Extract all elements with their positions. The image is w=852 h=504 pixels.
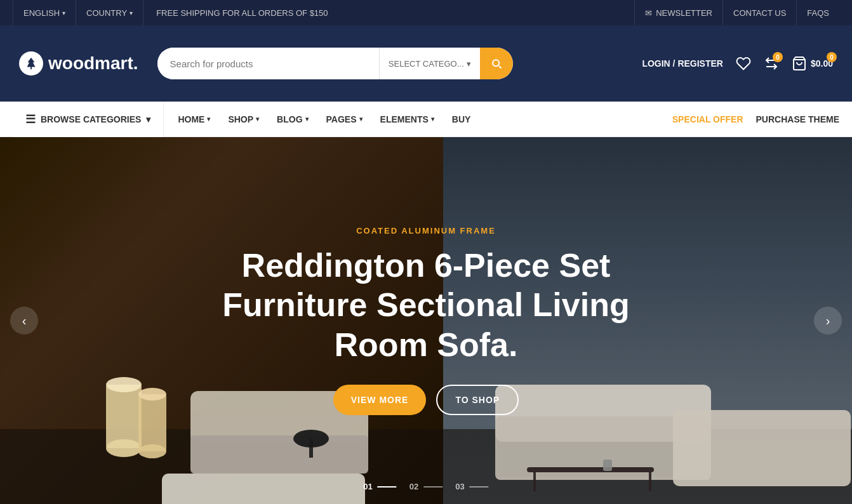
nav-buy-label: BUY xyxy=(452,114,471,124)
contact-link[interactable]: CONTACT US xyxy=(722,0,796,25)
cart-icon xyxy=(792,56,807,71)
logo-text: woodmart. xyxy=(48,53,138,74)
slider-dots: 01 02 03 xyxy=(363,482,488,491)
login-register-link[interactable]: LOGIN / REGISTER xyxy=(642,58,723,69)
nav-pages-chevron: ▾ xyxy=(359,116,363,123)
nav-blog-label: BLOG xyxy=(277,114,302,124)
nav-pages[interactable]: PAGES ▾ xyxy=(319,102,370,137)
search-button[interactable] xyxy=(480,48,513,79)
category-dropdown[interactable]: SELECT CATEGO... ▾ xyxy=(379,48,480,79)
nav-blog-chevron: ▾ xyxy=(305,116,309,123)
logo-tree-icon xyxy=(24,56,38,70)
hero-content: COATED ALUMINUM FRAME Reddington 6-Piece… xyxy=(204,226,648,415)
special-offer-link[interactable]: SPECIAL OFFER xyxy=(672,114,743,124)
nav-blog[interactable]: BLOG ▾ xyxy=(269,102,316,137)
dot-label-3: 03 xyxy=(455,482,464,491)
nav-pages-label: PAGES xyxy=(326,114,357,124)
dot-line-2 xyxy=(423,486,443,487)
nav-home[interactable]: HOME ▾ xyxy=(170,102,218,137)
faqs-link[interactable]: FAQS xyxy=(796,0,839,25)
country-chevron: ▾ xyxy=(130,10,133,17)
nav-bar: ☰ BROWSE CATEGORIES ▾ HOME ▾ SHOP ▾ BLOG… xyxy=(0,102,852,137)
slide-dot-2[interactable]: 02 xyxy=(409,482,443,491)
logo-icon xyxy=(19,51,43,76)
wishlist-button[interactable] xyxy=(736,56,751,71)
language-selector[interactable]: ENGLISH ▾ xyxy=(13,0,76,25)
cart-button[interactable]: 0 $0.00 xyxy=(792,56,833,71)
nav-elements-label: ELEMENTS xyxy=(380,114,429,124)
hero-buttons: VIEW MORE TO SHOP xyxy=(204,385,648,415)
cart-badge: 0 xyxy=(827,52,837,62)
header: woodmart. SELECT CATEGO... ▾ LOGIN / REG… xyxy=(0,25,852,102)
browse-label: BROWSE CATEGORIES xyxy=(41,114,141,124)
browse-chevron: ▾ xyxy=(146,114,150,124)
newsletter-label: NEWSLETTER xyxy=(656,8,712,18)
language-label: ENGLISH xyxy=(23,8,60,18)
dot-label-2: 02 xyxy=(409,482,418,491)
nav-shop[interactable]: SHOP ▾ xyxy=(220,102,267,137)
hamburger-icon: ☰ xyxy=(25,112,36,126)
newsletter-link[interactable]: ✉ NEWSLETTER xyxy=(634,0,722,25)
shipping-notice: FREE SHIPPING FOR ALL ORDERS OF $150 xyxy=(143,8,340,18)
country-label: COUNTRY xyxy=(86,8,127,18)
browse-categories-menu[interactable]: ☰ BROWSE CATEGORIES ▾ xyxy=(13,102,164,137)
header-actions: LOGIN / REGISTER 0 0 $0.00 xyxy=(642,56,833,71)
search-bar: SELECT CATEGO... ▾ xyxy=(157,48,513,79)
nav-links: HOME ▾ SHOP ▾ BLOG ▾ PAGES ▾ ELEMENTS ▾ … xyxy=(170,102,478,137)
top-bar: ENGLISH ▾ COUNTRY ▾ FREE SHIPPING FOR AL… xyxy=(0,0,852,25)
country-selector[interactable]: COUNTRY ▾ xyxy=(76,0,143,25)
to-shop-button[interactable]: TO SHOP xyxy=(436,385,519,415)
slide-dot-3[interactable]: 03 xyxy=(455,482,488,491)
nav-right: SPECIAL OFFER PURCHASE THEME xyxy=(672,114,839,124)
top-bar-left: ENGLISH ▾ COUNTRY ▾ FREE SHIPPING FOR AL… xyxy=(13,0,341,25)
category-chevron: ▾ xyxy=(467,59,471,69)
faqs-label: FAQS xyxy=(807,8,829,18)
heart-icon xyxy=(736,56,751,71)
hero-title: Reddington 6-Piece Set Furniture Section… xyxy=(204,246,648,364)
compare-badge: 0 xyxy=(773,52,783,62)
top-bar-right: ✉ NEWSLETTER CONTACT US FAQS xyxy=(634,0,839,25)
dot-label-1: 01 xyxy=(363,482,372,491)
compare-button[interactable]: 0 xyxy=(764,56,779,71)
purchase-theme-link[interactable]: PURCHASE THEME xyxy=(756,114,839,124)
dot-line-1 xyxy=(378,486,397,487)
slide-dot-1[interactable]: 01 xyxy=(363,482,396,491)
contact-label: CONTACT US xyxy=(733,8,786,18)
nav-elements[interactable]: ELEMENTS ▾ xyxy=(373,102,442,137)
language-chevron: ▾ xyxy=(62,10,65,17)
hero-slider: ‹ › COATED ALUMINUM FRAME Reddington 6-P… xyxy=(0,137,852,504)
nav-home-chevron: ▾ xyxy=(207,116,210,123)
nav-home-label: HOME xyxy=(178,114,204,124)
view-more-button[interactable]: VIEW MORE xyxy=(333,385,427,415)
search-icon xyxy=(490,57,503,70)
category-label: SELECT CATEGO... xyxy=(389,59,464,69)
newsletter-icon: ✉ xyxy=(645,8,652,18)
slider-prev-button[interactable]: ‹ xyxy=(10,307,38,335)
nav-shop-label: SHOP xyxy=(228,114,253,124)
logo[interactable]: woodmart. xyxy=(19,51,138,76)
dot-line-3 xyxy=(470,486,489,487)
nav-elements-chevron: ▾ xyxy=(431,116,434,123)
search-input[interactable] xyxy=(157,48,379,79)
nav-buy[interactable]: BUY xyxy=(444,102,479,137)
slider-next-button[interactable]: › xyxy=(814,307,842,335)
hero-subtitle: COATED ALUMINUM FRAME xyxy=(204,226,648,235)
nav-shop-chevron: ▾ xyxy=(256,116,259,123)
